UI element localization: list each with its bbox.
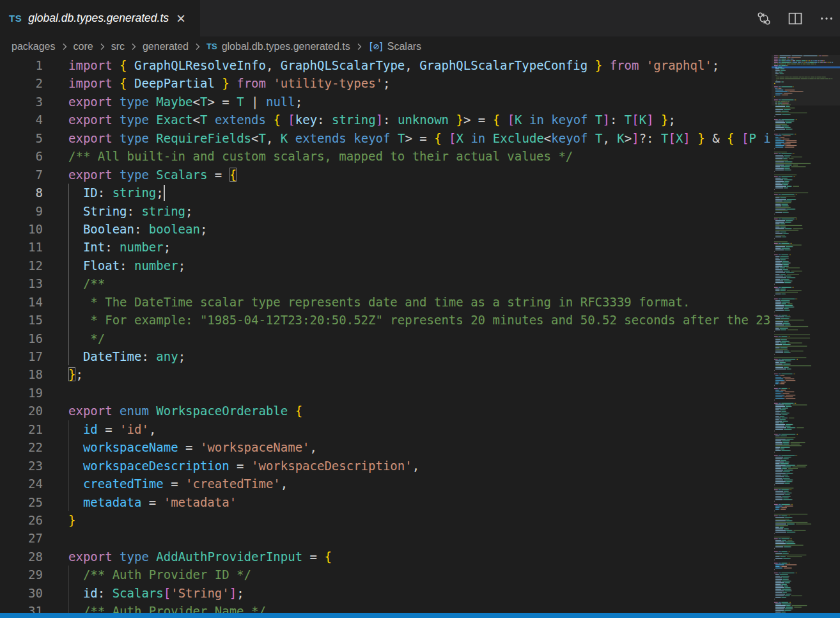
line-number: 3	[0, 93, 43, 111]
code-editor[interactable]: 1import { GraphQLResolveInfo, GraphQLSca…	[0, 56, 772, 613]
line-number: 1	[0, 56, 43, 74]
breadcrumb-item-global-db-types-generated-ts[interactable]: TSglobal.db.types.generated.ts	[206, 41, 350, 52]
code-line[interactable]: 17 DateTime: any;	[0, 347, 772, 365]
line-number: 7	[0, 166, 43, 184]
code-text: export type Scalars = {	[68, 166, 237, 184]
chevron-right-icon	[128, 42, 139, 52]
code-text: metadata = 'metadata'	[68, 493, 237, 511]
line-number: 17	[0, 347, 43, 365]
symbol-type-icon: [⊘]	[368, 41, 384, 52]
breadcrumb-item-packages[interactable]: packages	[12, 41, 56, 52]
status-bar	[0, 613, 840, 618]
code-text: createdTime = 'createdTime',	[68, 475, 288, 493]
code-text: export type AddAuthProviderInput = {	[68, 548, 332, 566]
code-line[interactable]: 6/** All built-in and custom scalars, ma…	[0, 147, 772, 165]
code-text: export type Maybe<T> = T | null;	[68, 93, 302, 111]
breadcrumb-item-core[interactable]: core	[74, 41, 93, 52]
code-line[interactable]: 7export type Scalars = {	[0, 166, 772, 184]
line-number: 31	[0, 602, 43, 613]
code-line[interactable]: 2import { DeepPartial } from 'utility-ty…	[0, 74, 772, 92]
code-line[interactable]: 20export enum WorkspaceOrderable {	[0, 402, 772, 420]
chevron-right-icon	[192, 42, 203, 52]
code-text: /** All built-in and custom scalars, map…	[68, 147, 573, 165]
code-line[interactable]: 26}	[0, 511, 772, 529]
code-line[interactable]: 24 createdTime = 'createdTime',	[0, 475, 772, 493]
code-text: Int: number;	[68, 238, 171, 256]
line-number: 11	[0, 238, 43, 256]
line-number: 10	[0, 220, 43, 238]
code-line[interactable]: 29 /** Auth Provider ID */	[0, 566, 772, 583]
code-text: export enum WorkspaceOrderable {	[68, 402, 302, 420]
code-line[interactable]: 1import { GraphQLResolveInfo, GraphQLSca…	[0, 56, 772, 74]
code-text: Float: number;	[68, 257, 185, 274]
code-line[interactable]: 5export type RequireFields<T, K extends …	[0, 129, 772, 147]
line-number: 22	[0, 438, 43, 456]
code-line[interactable]: 15 * For example: "1985-04-12T23:20:50.5…	[0, 311, 772, 329]
code-text: import { DeepPartial } from 'utility-typ…	[68, 74, 390, 92]
code-line[interactable]: 9 String: string;	[0, 202, 772, 220]
breadcrumb-item-generated[interactable]: generated	[143, 41, 189, 52]
close-icon[interactable]: ×	[176, 11, 185, 26]
chevron-right-icon	[59, 42, 70, 52]
line-number: 12	[0, 257, 43, 274]
code-line[interactable]: 16 */	[0, 329, 772, 347]
line-number: 30	[0, 584, 43, 602]
line-number: 16	[0, 329, 43, 347]
line-number: 25	[0, 493, 43, 511]
line-number: 14	[0, 293, 43, 311]
line-number: 27	[0, 529, 43, 547]
line-number: 4	[0, 111, 43, 129]
code-line[interactable]: 23 workspaceDescription = 'workspaceDesc…	[0, 457, 772, 475]
typescript-file-icon: TS	[206, 42, 217, 51]
code-text: String: string;	[68, 202, 193, 220]
code-line[interactable]: 13 /**	[0, 274, 772, 292]
split-editor-icon[interactable]	[788, 11, 803, 26]
more-actions-icon[interactable]	[819, 11, 834, 26]
code-line[interactable]: 25 metadata = 'metadata'	[0, 493, 772, 511]
code-line[interactable]: 21 id = 'id',	[0, 420, 772, 438]
minimap[interactable]	[772, 55, 840, 613]
code-line[interactable]: 14 * The DateTime scalar type represents…	[0, 293, 772, 311]
line-number: 19	[0, 384, 43, 402]
line-number: 5	[0, 129, 43, 147]
code-line[interactable]: 22 workspaceName = 'workspaceName',	[0, 438, 772, 456]
code-text: export type Exact<T extends { [key: stri…	[68, 111, 676, 129]
code-line[interactable]: 12 Float: number;	[0, 257, 772, 274]
code-text: }	[68, 511, 75, 529]
code-line[interactable]: 27	[0, 529, 772, 547]
breadcrumb-item-src[interactable]: src	[111, 41, 125, 52]
line-number: 18	[0, 365, 43, 383]
code-text: };	[68, 365, 83, 383]
code-line[interactable]: 11 Int: number;	[0, 238, 772, 256]
code-line[interactable]: 31 /** Auth Provider Name */	[0, 602, 772, 613]
line-number: 24	[0, 475, 43, 493]
code-line[interactable]: 30 id: Scalars['String'];	[0, 584, 772, 602]
code-line[interactable]: 28export type AddAuthProviderInput = {	[0, 548, 772, 566]
line-number: 13	[0, 274, 43, 292]
code-line[interactable]: 18};	[0, 365, 772, 383]
code-text: /**	[68, 274, 105, 292]
open-changes-icon[interactable]	[756, 11, 772, 26]
line-number: 9	[0, 202, 43, 220]
line-number: 29	[0, 566, 43, 583]
code-line[interactable]: 19	[0, 384, 772, 402]
code-text: id: Scalars['String'];	[68, 584, 244, 602]
line-number: 20	[0, 402, 43, 420]
code-text: ID: string;	[68, 184, 164, 202]
line-number: 28	[0, 548, 43, 566]
code-line[interactable]: 3export type Maybe<T> = T | null;	[0, 93, 772, 111]
code-text: DateTime: any;	[68, 347, 185, 365]
line-number: 15	[0, 311, 43, 329]
code-text: import { GraphQLResolveInfo, GraphQLScal…	[68, 56, 719, 74]
code-line[interactable]: 4export type Exact<T extends { [key: str…	[0, 111, 772, 129]
code-text: workspaceDescription = 'workspaceDescrip…	[68, 457, 419, 475]
tab-bar: TS global.db.types.generated.ts ×	[0, 0, 840, 36]
code-line[interactable]: 8 ID: string;	[0, 184, 772, 202]
tab-global-db-types-generated-ts[interactable]: TS global.db.types.generated.ts ×	[0, 0, 200, 36]
chevron-right-icon	[354, 42, 364, 52]
text-cursor	[164, 185, 165, 201]
code-line[interactable]: 10 Boolean: boolean;	[0, 220, 772, 238]
code-text: */	[68, 329, 105, 347]
code-text: /** Auth Provider Name */	[68, 602, 266, 613]
breadcrumb-item-scalars[interactable]: [⊘]Scalars	[368, 41, 421, 52]
